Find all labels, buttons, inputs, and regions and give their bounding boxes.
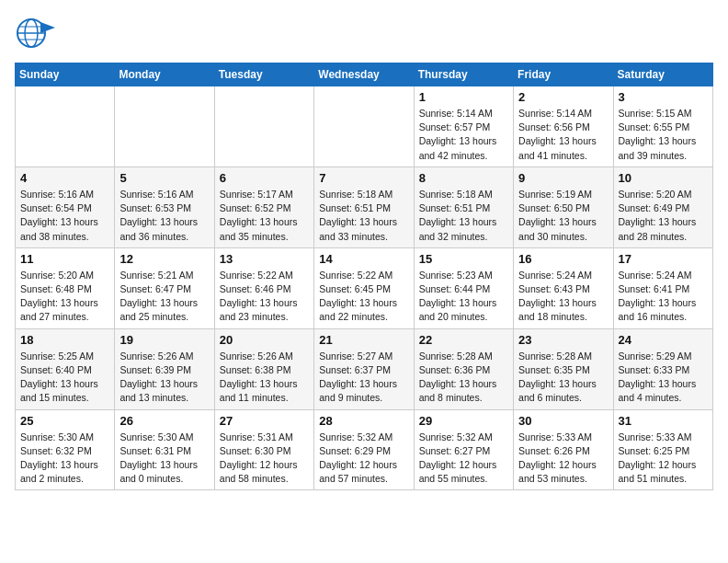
day-number: 30 bbox=[518, 414, 608, 428]
day-info: Sunrise: 5:17 AM Sunset: 6:52 PM Dayligh… bbox=[220, 188, 309, 244]
day-number: 20 bbox=[220, 333, 309, 347]
day-header-friday: Friday bbox=[514, 63, 613, 86]
day-number: 28 bbox=[319, 414, 408, 428]
day-info: Sunrise: 5:23 AM Sunset: 6:44 PM Dayligh… bbox=[419, 269, 508, 325]
day-number: 22 bbox=[419, 333, 508, 347]
day-header-wednesday: Wednesday bbox=[314, 63, 414, 86]
day-number: 11 bbox=[20, 252, 109, 266]
day-number: 4 bbox=[20, 171, 109, 185]
day-header-tuesday: Tuesday bbox=[214, 63, 313, 86]
calendar-cell: 23Sunrise: 5:28 AM Sunset: 6:35 PM Dayli… bbox=[514, 328, 613, 409]
day-number: 23 bbox=[518, 333, 608, 347]
calendar-cell: 31Sunrise: 5:33 AM Sunset: 6:25 PM Dayli… bbox=[613, 409, 712, 490]
day-info: Sunrise: 5:14 AM Sunset: 6:56 PM Dayligh… bbox=[518, 107, 608, 163]
day-number: 26 bbox=[119, 414, 209, 428]
calendar-cell: 27Sunrise: 5:31 AM Sunset: 6:30 PM Dayli… bbox=[214, 409, 313, 490]
day-info: Sunrise: 5:28 AM Sunset: 6:36 PM Dayligh… bbox=[419, 350, 508, 406]
day-info: Sunrise: 5:22 AM Sunset: 6:45 PM Dayligh… bbox=[319, 269, 408, 325]
calendar-cell: 22Sunrise: 5:28 AM Sunset: 6:36 PM Dayli… bbox=[414, 328, 513, 409]
day-info: Sunrise: 5:32 AM Sunset: 6:29 PM Dayligh… bbox=[319, 431, 408, 487]
header-row: SundayMondayTuesdayWednesdayThursdayFrid… bbox=[16, 63, 713, 86]
day-info: Sunrise: 5:18 AM Sunset: 6:51 PM Dayligh… bbox=[319, 188, 408, 244]
calendar-cell: 20Sunrise: 5:26 AM Sunset: 6:38 PM Dayli… bbox=[214, 328, 313, 409]
day-number: 24 bbox=[619, 333, 708, 347]
calendar-cell: 19Sunrise: 5:26 AM Sunset: 6:39 PM Dayli… bbox=[115, 328, 214, 409]
day-info: Sunrise: 5:33 AM Sunset: 6:26 PM Dayligh… bbox=[518, 431, 608, 487]
svg-marker-5 bbox=[40, 22, 55, 33]
calendar-cell: 14Sunrise: 5:22 AM Sunset: 6:45 PM Dayli… bbox=[314, 247, 414, 328]
calendar-table: SundayMondayTuesdayWednesdayThursdayFrid… bbox=[15, 63, 713, 490]
calendar-cell: 18Sunrise: 5:25 AM Sunset: 6:40 PM Dayli… bbox=[16, 328, 115, 409]
day-info: Sunrise: 5:22 AM Sunset: 6:46 PM Dayligh… bbox=[220, 269, 309, 325]
day-info: Sunrise: 5:30 AM Sunset: 6:31 PM Dayligh… bbox=[119, 431, 209, 487]
day-number: 17 bbox=[619, 252, 708, 266]
day-info: Sunrise: 5:18 AM Sunset: 6:51 PM Dayligh… bbox=[419, 188, 508, 244]
calendar-cell: 16Sunrise: 5:24 AM Sunset: 6:43 PM Dayli… bbox=[514, 247, 613, 328]
calendar-cell: 6Sunrise: 5:17 AM Sunset: 6:52 PM Daylig… bbox=[214, 167, 313, 247]
calendar-cell bbox=[115, 86, 214, 167]
day-header-sunday: Sunday bbox=[16, 63, 115, 86]
day-info: Sunrise: 5:30 AM Sunset: 6:32 PM Dayligh… bbox=[20, 431, 109, 487]
day-info: Sunrise: 5:32 AM Sunset: 6:27 PM Dayligh… bbox=[419, 431, 508, 487]
calendar-cell bbox=[314, 86, 414, 167]
day-info: Sunrise: 5:21 AM Sunset: 6:47 PM Dayligh… bbox=[119, 269, 209, 325]
calendar-cell: 28Sunrise: 5:32 AM Sunset: 6:29 PM Dayli… bbox=[314, 409, 414, 490]
day-info: Sunrise: 5:29 AM Sunset: 6:33 PM Dayligh… bbox=[619, 350, 708, 406]
day-number: 25 bbox=[20, 414, 109, 428]
calendar-cell: 2Sunrise: 5:14 AM Sunset: 6:56 PM Daylig… bbox=[514, 86, 613, 167]
calendar-cell bbox=[214, 86, 313, 167]
day-info: Sunrise: 5:33 AM Sunset: 6:25 PM Dayligh… bbox=[619, 431, 708, 487]
day-info: Sunrise: 5:16 AM Sunset: 6:53 PM Dayligh… bbox=[119, 188, 209, 244]
page-header bbox=[15, 15, 713, 52]
day-number: 5 bbox=[119, 171, 209, 185]
day-number: 1 bbox=[419, 90, 508, 104]
day-number: 6 bbox=[220, 171, 309, 185]
day-info: Sunrise: 5:28 AM Sunset: 6:35 PM Dayligh… bbox=[518, 350, 608, 406]
calendar-cell: 15Sunrise: 5:23 AM Sunset: 6:44 PM Dayli… bbox=[414, 247, 513, 328]
day-info: Sunrise: 5:20 AM Sunset: 6:48 PM Dayligh… bbox=[20, 269, 109, 325]
day-number: 3 bbox=[619, 90, 708, 104]
day-number: 29 bbox=[419, 414, 508, 428]
day-info: Sunrise: 5:24 AM Sunset: 6:41 PM Dayligh… bbox=[619, 269, 708, 325]
day-header-saturday: Saturday bbox=[613, 63, 712, 86]
calendar-cell: 26Sunrise: 5:30 AM Sunset: 6:31 PM Dayli… bbox=[115, 409, 214, 490]
week-row-3: 11Sunrise: 5:20 AM Sunset: 6:48 PM Dayli… bbox=[16, 247, 713, 328]
day-info: Sunrise: 5:14 AM Sunset: 6:57 PM Dayligh… bbox=[419, 107, 508, 163]
week-row-5: 25Sunrise: 5:30 AM Sunset: 6:32 PM Dayli… bbox=[16, 409, 713, 490]
day-info: Sunrise: 5:24 AM Sunset: 6:43 PM Dayligh… bbox=[518, 269, 608, 325]
calendar-cell: 17Sunrise: 5:24 AM Sunset: 6:41 PM Dayli… bbox=[613, 247, 712, 328]
logo-icon bbox=[15, 15, 55, 52]
day-number: 16 bbox=[518, 252, 608, 266]
day-number: 19 bbox=[119, 333, 209, 347]
day-info: Sunrise: 5:31 AM Sunset: 6:30 PM Dayligh… bbox=[220, 431, 309, 487]
day-info: Sunrise: 5:15 AM Sunset: 6:55 PM Dayligh… bbox=[619, 107, 708, 163]
day-info: Sunrise: 5:16 AM Sunset: 6:54 PM Dayligh… bbox=[20, 188, 109, 244]
day-info: Sunrise: 5:27 AM Sunset: 6:37 PM Dayligh… bbox=[319, 350, 408, 406]
calendar-cell: 5Sunrise: 5:16 AM Sunset: 6:53 PM Daylig… bbox=[115, 167, 214, 247]
day-info: Sunrise: 5:26 AM Sunset: 6:39 PM Dayligh… bbox=[119, 350, 209, 406]
logo bbox=[15, 15, 59, 52]
calendar-cell: 11Sunrise: 5:20 AM Sunset: 6:48 PM Dayli… bbox=[16, 247, 115, 328]
day-info: Sunrise: 5:20 AM Sunset: 6:49 PM Dayligh… bbox=[619, 188, 708, 244]
day-info: Sunrise: 5:19 AM Sunset: 6:50 PM Dayligh… bbox=[518, 188, 608, 244]
week-row-1: 1Sunrise: 5:14 AM Sunset: 6:57 PM Daylig… bbox=[16, 86, 713, 167]
calendar-cell: 9Sunrise: 5:19 AM Sunset: 6:50 PM Daylig… bbox=[514, 167, 613, 247]
calendar-cell: 25Sunrise: 5:30 AM Sunset: 6:32 PM Dayli… bbox=[16, 409, 115, 490]
day-header-thursday: Thursday bbox=[414, 63, 513, 86]
calendar-cell: 29Sunrise: 5:32 AM Sunset: 6:27 PM Dayli… bbox=[414, 409, 513, 490]
day-number: 12 bbox=[119, 252, 209, 266]
day-number: 10 bbox=[619, 171, 708, 185]
calendar-cell: 3Sunrise: 5:15 AM Sunset: 6:55 PM Daylig… bbox=[613, 86, 712, 167]
calendar-cell: 30Sunrise: 5:33 AM Sunset: 6:26 PM Dayli… bbox=[514, 409, 613, 490]
calendar-cell: 7Sunrise: 5:18 AM Sunset: 6:51 PM Daylig… bbox=[314, 167, 414, 247]
day-number: 2 bbox=[518, 90, 608, 104]
calendar-cell: 10Sunrise: 5:20 AM Sunset: 6:49 PM Dayli… bbox=[613, 167, 712, 247]
calendar-cell: 12Sunrise: 5:21 AM Sunset: 6:47 PM Dayli… bbox=[115, 247, 214, 328]
day-number: 7 bbox=[319, 171, 408, 185]
day-number: 31 bbox=[619, 414, 708, 428]
day-number: 9 bbox=[518, 171, 608, 185]
day-number: 14 bbox=[319, 252, 408, 266]
calendar-cell: 8Sunrise: 5:18 AM Sunset: 6:51 PM Daylig… bbox=[414, 167, 513, 247]
day-number: 15 bbox=[419, 252, 508, 266]
calendar-cell: 4Sunrise: 5:16 AM Sunset: 6:54 PM Daylig… bbox=[16, 167, 115, 247]
